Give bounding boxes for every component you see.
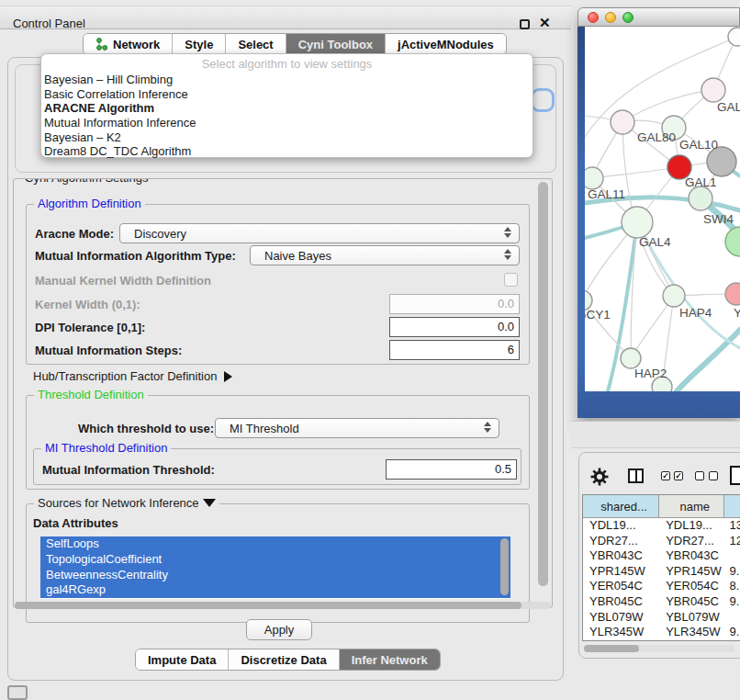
network-node-label-swi4: SWI4 — [703, 212, 734, 226]
network-node[interactable] — [621, 348, 641, 368]
tab-select[interactable]: Select — [226, 34, 286, 54]
settings-group-title: Cyni Algorithm Settings — [21, 178, 151, 185]
network-canvas[interactable]: GALGAL80GAL10GAL1GAL11SWI4GAL4GCY1HAP4YH… — [585, 27, 740, 391]
tab-network[interactable]: Network — [84, 34, 173, 54]
column-header-name[interactable]: name — [659, 495, 724, 517]
table-row[interactable]: YBR045CYBR045C9. — [583, 594, 740, 610]
apply-button[interactable]: Apply — [246, 619, 312, 640]
tab-impute-data[interactable]: Impute Data — [136, 649, 229, 670]
network-node-label-y: Y — [734, 306, 740, 320]
table-horizontal-scrollbar-thumb[interactable] — [584, 645, 639, 652]
cyni-toolbox-bottom-tab-bar: Impute DataDiscretize DataInfer Network — [135, 649, 441, 671]
network-view-window: GALGAL80GAL10GAL1GAL11SWI4GAL4GCY1HAP4YH… — [577, 7, 740, 418]
control-tab-bar: NetworkStyleSelectCyni ToolboxjActiveMNo… — [83, 33, 507, 55]
table-cell: YJL052C — [659, 640, 724, 641]
table-row[interactable]: YDL19...YDL19...13 — [583, 518, 740, 534]
control-panel-title: Control Panel — [13, 17, 85, 30]
table-cell: YBL079W — [583, 610, 659, 626]
settings-horizontal-scrollbar-thumb[interactable] — [15, 602, 521, 609]
tab-style[interactable]: Style — [173, 34, 226, 54]
table-cell: YER054C — [583, 579, 659, 594]
table-horizontal-scrollbar[interactable] — [584, 645, 734, 652]
table-cell: 9. — [724, 640, 740, 641]
network-node-label-gal1: GAL1 — [685, 175, 717, 189]
network-node[interactable] — [689, 186, 712, 210]
table-row[interactable]: YBR043CYBR043C — [583, 548, 740, 564]
which-threshold-select[interactable]: MI Threshold — [215, 418, 499, 438]
attributes-list-scrollbar[interactable] — [500, 538, 509, 595]
deselect-all-rows-icon[interactable] — [695, 471, 718, 480]
table-cell — [724, 610, 740, 626]
column-header-shared[interactable]: shared... — [583, 495, 659, 517]
table-cell: 12 — [724, 534, 740, 549]
network-edge[interactable] — [592, 167, 679, 178]
network-node[interactable] — [585, 167, 603, 189]
cyni-algorithm-settings-group: Cyni Algorithm Settings — [13, 178, 553, 608]
table-cell: YPR145W — [583, 564, 659, 580]
network-node[interactable] — [725, 283, 740, 305]
mi-threshold-input[interactable]: 0.5 — [386, 459, 517, 480]
table-row[interactable]: YPR145WYPR145W9. — [583, 564, 740, 580]
close-panel-icon[interactable]: ✕ — [539, 15, 551, 31]
tab-label: Cyni Toolbox — [298, 38, 373, 51]
algorithm-dropdown-popup: Select algorithm to view settings Bayesi… — [40, 53, 533, 158]
table-cell: YDL19... — [583, 518, 659, 534]
table-row[interactable]: YLR345WYLR345W9. — [583, 625, 740, 640]
algorithm-option-bayesian-hill-climbing[interactable]: Bayesian – Hill Climbing — [41, 73, 533, 87]
select-all-rows-icon[interactable]: ✓✓ — [661, 471, 683, 480]
settings-vertical-scrollbar[interactable] — [538, 182, 548, 586]
table-cell: YBL079W — [659, 610, 724, 626]
network-window-frame: GALGAL80GAL10GAL1GAL11SWI4GAL4GCY1HAP4YH… — [577, 27, 740, 418]
mac-close-button[interactable] — [588, 12, 599, 23]
table-cell: YDL19... — [659, 518, 724, 534]
table-cell: YDR27... — [583, 534, 659, 549]
network-node[interactable] — [622, 207, 653, 238]
network-node-label-hap2: HAP2 — [634, 367, 667, 380]
network-node[interactable] — [611, 110, 634, 134]
table-row[interactable]: YER054CYER054C8. — [583, 579, 740, 594]
network-window-titlebar[interactable] — [577, 7, 740, 27]
network-node[interactable] — [728, 28, 740, 46]
network-node[interactable] — [701, 78, 725, 102]
tab-cyni-toolbox[interactable]: Cyni Toolbox — [286, 34, 386, 54]
table-cell: YLR345W — [659, 625, 724, 640]
network-node-label-hap4: HAP4 — [679, 306, 712, 320]
tab-label: Discretize Data — [241, 653, 326, 667]
table-cell: YER054C — [659, 579, 724, 594]
document-icon[interactable] — [730, 466, 740, 485]
table-cell: 9. — [724, 564, 740, 580]
tab-label: jActiveMNodules — [398, 38, 494, 51]
algorithm-option-dream8-dc-tdc-algorithm[interactable]: Dream8 DC_TDC Algorithm — [41, 144, 533, 159]
tab-infer-network[interactable]: Infer Network — [340, 649, 440, 670]
table-cell: YJL052C — [583, 640, 659, 641]
control-panel-titlebar: Control Panel ✕ — [0, 6, 571, 29]
table-cell: YBR043C — [659, 548, 724, 564]
table-row[interactable]: YJL052CYJL052C9. — [583, 640, 740, 641]
tab-label: Impute Data — [148, 653, 216, 667]
gear-icon[interactable] — [590, 468, 609, 486]
float-panel-icon[interactable] — [520, 19, 530, 29]
tab-label: Network — [113, 38, 160, 51]
table-cell: YBR045C — [583, 594, 659, 610]
algorithm-option-bayesian-k2[interactable]: Bayesian – K2 — [41, 130, 533, 145]
table-cell: YLR345W — [583, 625, 659, 640]
table-row[interactable]: YBL079WYBL079W — [583, 610, 740, 626]
column-header-partial[interactable] — [724, 495, 740, 517]
table-row[interactable]: YDR27...YDR27...12 — [583, 534, 740, 549]
collapsed-panel-icon[interactable] — [7, 685, 28, 700]
stepper-arrows-icon — [484, 422, 491, 433]
mac-zoom-button[interactable] — [622, 12, 633, 23]
settings-horizontal-scrollbar[interactable] — [15, 602, 551, 609]
network-node[interactable] — [725, 227, 740, 256]
algorithm-option-aracne-algorithm[interactable]: ARACNE Algorithm — [41, 101, 533, 116]
network-node-label-gal10: GAL10 — [679, 138, 718, 152]
table-cell: 8. — [724, 579, 740, 594]
algorithm-option-mutual-information-inference[interactable]: Mutual Information Inference — [41, 116, 533, 130]
mac-minimize-button[interactable] — [605, 12, 616, 23]
network-node[interactable] — [663, 285, 685, 307]
network-edge[interactable] — [677, 330, 740, 391]
tab-jactivemnodules[interactable]: jActiveMNodules — [386, 34, 506, 54]
split-columns-icon[interactable] — [628, 469, 644, 483]
tab-discretize-data[interactable]: Discretize Data — [229, 649, 339, 670]
algorithm-option-basic-correlation-inference[interactable]: Basic Correlation Inference — [41, 87, 533, 102]
